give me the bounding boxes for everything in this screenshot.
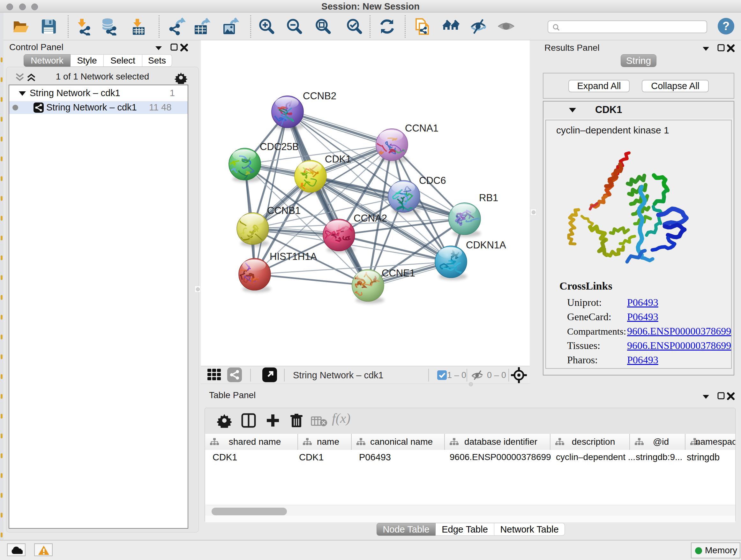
svg-text:CCNB2: CCNB2: [303, 90, 336, 102]
svg-text:CCNA2: CCNA2: [354, 212, 387, 224]
svg-text:HIST1H1A: HIST1H1A: [270, 251, 317, 262]
svg-text:CDK1: CDK1: [325, 153, 351, 165]
svg-text:CDC6: CDC6: [419, 175, 446, 186]
svg-text:RB1: RB1: [479, 192, 498, 203]
svg-text:CCNE1: CCNE1: [382, 267, 415, 279]
svg-text:CCNB1: CCNB1: [267, 205, 300, 216]
svg-text:CCNA1: CCNA1: [405, 123, 439, 134]
svg-text:CDKN1A: CDKN1A: [466, 240, 506, 251]
svg-text:CDC25B: CDC25B: [260, 141, 299, 152]
svg-text:?: ?: [723, 19, 730, 33]
